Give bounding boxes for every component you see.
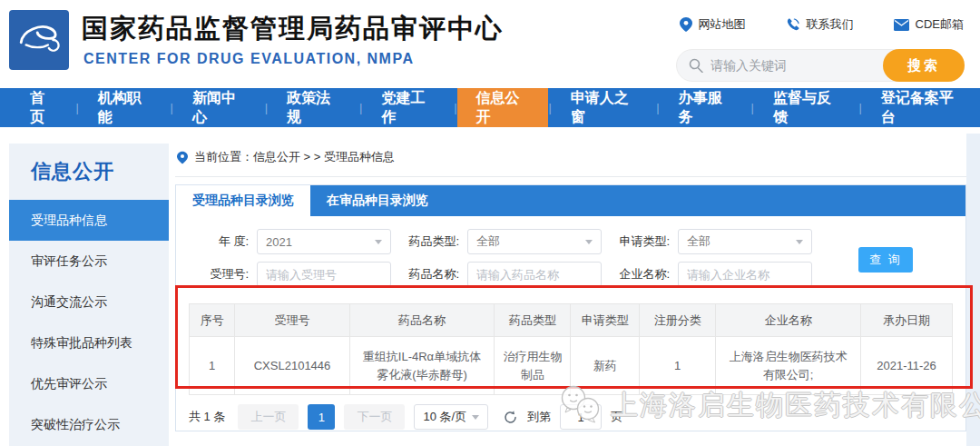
acceptance-no-input[interactable] (257, 262, 391, 287)
drug-name-label: 药品名称: (399, 266, 459, 282)
breadcrumb: 当前位置：信息公开 > > 受理品种信息 (175, 145, 966, 177)
next-page-button[interactable]: 下一页 (344, 404, 405, 430)
sitemap-link[interactable]: 网站地图 (680, 16, 746, 33)
swan-logo-icon (15, 15, 64, 64)
nav-item-3[interactable]: 政策法规 (268, 88, 359, 127)
nav-item-0[interactable]: 首页 (11, 88, 75, 127)
contact-link-label: 联系我们 (807, 16, 854, 33)
goto-prefix-label: 到第 (527, 409, 551, 425)
tab-bar: 受理品种目录浏览 在审品种目录浏览 (176, 185, 965, 216)
mailbox-link-label: CDE邮箱 (916, 16, 964, 33)
filter-row-1: 年 度: 2021 药品类型: 全部 申请类 (189, 229, 953, 254)
sidebar-list: 受理品种信息审评任务公示沟通交流公示特殊审批品种列表优先审评公示突破性治疗公示三… (9, 200, 169, 446)
search-icon (689, 58, 703, 73)
table-cell-4: 新药 (571, 337, 640, 395)
drug-type-select[interactable]: 全部 (467, 229, 602, 254)
main-content: 当前位置：信息公开 > > 受理品种信息 受理品种目录浏览 在审品种目录浏览 年… (175, 145, 966, 446)
table-header-5: 注册分类 (640, 304, 716, 337)
goto-page-input[interactable] (560, 404, 602, 430)
nav-item-1[interactable]: 机构职能 (79, 88, 171, 127)
sidebar-item-1[interactable]: 审评任务公示 (9, 241, 169, 282)
goto-suffix-label: 页 (611, 409, 622, 425)
sitemap-link-label: 网站地图 (699, 16, 746, 33)
company-name-label: 企业名称: (610, 266, 670, 282)
nav-item-9[interactable]: 登记备案平台 (862, 88, 980, 127)
mail-icon (894, 19, 909, 31)
table-row: 1CXSL2101446重组抗IL-4Rα单域抗体雾化液(毕赤酵母)治疗用生物制… (190, 337, 953, 395)
table-cell-3: 治疗用生物制品 (495, 337, 571, 395)
table-cell-7: 2021-11-26 (861, 337, 953, 395)
site-search: 搜索 (676, 49, 965, 82)
table-header-2: 药品名称 (349, 304, 495, 337)
sidebar-title: 信息公开 (9, 144, 169, 185)
table-cell-6: 上海洛启生物医药技术有限公司; (716, 337, 861, 395)
apply-type-label: 申请类型: (610, 233, 670, 250)
year-label: 年 度: (189, 233, 249, 250)
chevron-down-icon (585, 240, 593, 244)
chevron-down-icon (375, 240, 382, 244)
tab-accepted-catalog[interactable]: 受理品种目录浏览 (176, 185, 310, 216)
table-header-0: 序号 (190, 304, 235, 337)
drug-type-label: 药品类型: (399, 233, 459, 250)
nav-item-2[interactable]: 新闻中心 (173, 88, 265, 127)
table-header-6: 企业名称 (716, 304, 861, 337)
filter-form: 年 度: 2021 药品类型: 全部 申请类 (176, 216, 965, 300)
cde-logo (9, 10, 69, 70)
prev-page-button[interactable]: 上一页 (238, 404, 299, 430)
table-cell-2: 重组抗IL-4Rα单域抗体雾化液(毕赤酵母) (349, 337, 495, 395)
sidebar-item-3[interactable]: 特殊审批品种列表 (9, 322, 169, 363)
query-button[interactable]: 查 询 (858, 247, 913, 273)
sidebar-item-2[interactable]: 沟通交流公示 (9, 282, 169, 322)
filter-row-2: 受理号: 药品名称: 企业名称: (189, 262, 953, 287)
table-cell-5: 1 (640, 337, 716, 395)
page-size-select[interactable]: 10 条/页 (414, 404, 488, 430)
sidebar-item-4[interactable]: 优先审评公示 (9, 363, 169, 404)
nav-item-4[interactable]: 党建工作 (362, 88, 454, 127)
page-size-value: 10 条/页 (423, 409, 466, 425)
results-table: 序号受理号药品名称药品类型申请类型注册分类企业名称承办日期1CXSL210144… (189, 303, 953, 395)
pagination: 共 1 条 上一页 1 下一页 10 条/页 到第 页 (189, 404, 953, 430)
nav-item-8[interactable]: 监督与反馈 (754, 88, 859, 127)
year-select[interactable]: 2021 (257, 229, 391, 254)
sidebar-item-5[interactable]: 突破性治疗公示 (9, 404, 169, 445)
results-table-wrap: 序号受理号药品名称药品类型申请类型注册分类企业名称承办日期1CXSL210144… (189, 303, 953, 395)
breadcrumb-text: 当前位置：信息公开 > > 受理品种信息 (194, 149, 395, 165)
mailbox-link[interactable]: CDE邮箱 (894, 16, 964, 33)
company-name-input[interactable] (678, 262, 812, 287)
top-links: 网站地图 联系我们 CDE邮箱 (680, 16, 964, 33)
site-title-en: CENTER FOR DRUG EVALUATION, NMPA (83, 51, 414, 67)
acceptance-no-label: 受理号: (189, 266, 249, 282)
table-cell-1: CXSL2101446 (235, 337, 349, 395)
year-select-value: 2021 (266, 235, 292, 249)
chevron-down-icon (472, 415, 479, 420)
apply-type-select[interactable]: 全部 (678, 229, 812, 254)
breadcrumb-pin-icon (177, 151, 188, 164)
search-button[interactable]: 搜索 (883, 49, 965, 82)
contact-link[interactable]: 联系我们 (786, 16, 854, 33)
table-header-1: 受理号 (235, 304, 349, 337)
nav-item-5[interactable]: 信息公开 (457, 88, 549, 127)
sidebar: 信息公开 受理品种信息审评任务公示沟通交流公示特殊审批品种列表优先审评公示突破性… (9, 144, 169, 446)
total-count: 共 1 条 (189, 409, 225, 425)
chevron-down-icon (796, 240, 803, 244)
page-1-button[interactable]: 1 (308, 404, 335, 430)
main-nav: 首页|机构职能|新闻中心|政策法规|党建工作|信息公开|申请人之窗|办事服务|监… (0, 88, 980, 127)
table-header-3: 药品类型 (495, 304, 571, 337)
site-header: 国家药品监督管理局药品审评中心 CENTER FOR DRUG EVALUATI… (0, 0, 980, 88)
nav-item-7[interactable]: 办事服务 (660, 88, 751, 127)
nav-item-6[interactable]: 申请人之窗 (552, 88, 657, 127)
table-header-7: 承办日期 (861, 304, 953, 337)
sidebar-item-0[interactable]: 受理品种信息 (9, 200, 169, 241)
search-input[interactable] (703, 58, 883, 73)
table-header-4: 申请类型 (571, 304, 640, 337)
page: 国家药品监督管理局药品审评中心 CENTER FOR DRUG EVALUATI… (0, 0, 980, 446)
apply-type-select-value: 全部 (687, 233, 710, 250)
table-cell-0: 1 (190, 337, 235, 395)
site-title-cn: 国家药品监督管理局药品审评中心 (82, 11, 504, 47)
drug-name-input[interactable] (467, 262, 602, 287)
drug-type-select-value: 全部 (476, 233, 500, 250)
content-panel: 受理品种目录浏览 在审品种目录浏览 年 度: 2021 药品类型: (175, 184, 966, 431)
tab-under-review-catalog[interactable]: 在审品种目录浏览 (310, 185, 445, 216)
location-pin-icon (680, 17, 692, 32)
refresh-button[interactable] (503, 410, 518, 425)
